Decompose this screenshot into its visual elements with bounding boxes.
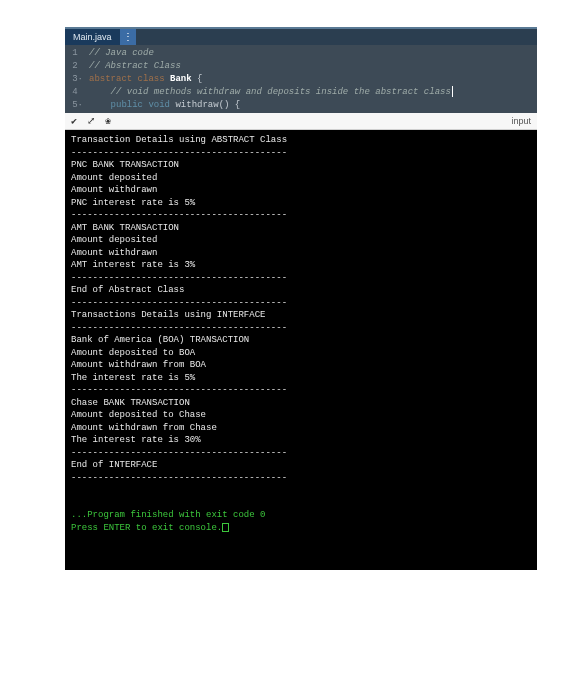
console-line: Amount deposited to Chase [71, 409, 531, 422]
line-number: 3· [65, 73, 89, 86]
tab-label: Main.java [73, 32, 112, 42]
tab-menu-button[interactable]: ⋮ [120, 29, 136, 45]
console-line: End of INTERFACE [71, 459, 531, 472]
console-line: ---------------------------------------- [71, 147, 531, 160]
code-line: 5· public void withdraw() { [65, 99, 537, 112]
gear-icon[interactable]: ❀ [105, 115, 111, 127]
console-line: The interest rate is 30% [71, 434, 531, 447]
line-number: 2 [65, 60, 89, 73]
tab-main-java[interactable]: Main.java [65, 29, 120, 45]
console-line: Amount withdrawn [71, 247, 531, 260]
code-line: 4 // void methods withdraw and deposits … [65, 86, 537, 99]
console-line: Amount withdrawn [71, 184, 531, 197]
code-content: // Java code [89, 47, 154, 60]
console-line: Transaction Details using ABSTRACT Class [71, 134, 531, 147]
console-line: AMT BANK TRANSACTION [71, 222, 531, 235]
console-line: Amount withdrawn from BOA [71, 359, 531, 372]
console-line: AMT interest rate is 3% [71, 259, 531, 272]
input-label: input [511, 116, 531, 126]
code-content: abstract class Bank { [89, 73, 202, 86]
console-line: ---------------------------------------- [71, 297, 531, 310]
console-toolbar: ✔ ⤢ ❀ input [65, 113, 537, 130]
line-number: 4 [65, 86, 89, 99]
console-line: Amount deposited [71, 172, 531, 185]
console-line: Amount deposited to BOA [71, 347, 531, 360]
code-line: 2 // Abstract Class [65, 60, 537, 73]
console-output[interactable]: Transaction Details using ABSTRACT Class… [65, 130, 537, 570]
console-line: The interest rate is 5% [71, 372, 531, 385]
console-line: ---------------------------------------- [71, 209, 531, 222]
code-content: public void withdraw() { [89, 99, 240, 112]
console-line: Amount deposited [71, 234, 531, 247]
ide-window: Main.java ⋮ 1 // Java code2 // Abstract … [65, 27, 537, 570]
console-line: ---------------------------------------- [71, 472, 531, 485]
kebab-icon: ⋮ [123, 31, 133, 43]
console-line: ---------------------------------------- [71, 447, 531, 460]
code-editor[interactable]: 1 // Java code2 // Abstract Class3·abstr… [65, 45, 537, 113]
console-line: PNC interest rate is 5% [71, 197, 531, 210]
check-icon[interactable]: ✔ [71, 115, 77, 127]
console-prompt-line: Press ENTER to exit console. [71, 522, 531, 535]
console-line: ---------------------------------------- [71, 322, 531, 335]
console-exit-line: ...Program finished with exit code 0 [71, 509, 531, 522]
code-content: // void methods withdraw and deposits in… [89, 86, 453, 99]
code-line: 3·abstract class Bank { [65, 73, 537, 86]
console-line: Bank of America (BOA) TRANSACTION [71, 334, 531, 347]
code-content: // Abstract Class [89, 60, 181, 73]
toolbar-left: ✔ ⤢ ❀ [71, 115, 111, 127]
console-cursor [222, 523, 229, 532]
console-line [71, 497, 531, 510]
console-line: ---------------------------------------- [71, 272, 531, 285]
console-line: Amount withdrawn from Chase [71, 422, 531, 435]
console-line: Chase BANK TRANSACTION [71, 397, 531, 410]
expand-icon[interactable]: ⤢ [87, 115, 95, 127]
line-number: 5· [65, 99, 89, 112]
tab-bar: Main.java ⋮ [65, 27, 537, 45]
console-line [71, 484, 531, 497]
code-line: 1 // Java code [65, 47, 537, 60]
text-cursor [452, 86, 453, 97]
console-line: PNC BANK TRANSACTION [71, 159, 531, 172]
console-line: Transactions Details using INTERFACE [71, 309, 531, 322]
console-line: End of Abstract Class [71, 284, 531, 297]
console-line: ---------------------------------------- [71, 384, 531, 397]
line-number: 1 [65, 47, 89, 60]
